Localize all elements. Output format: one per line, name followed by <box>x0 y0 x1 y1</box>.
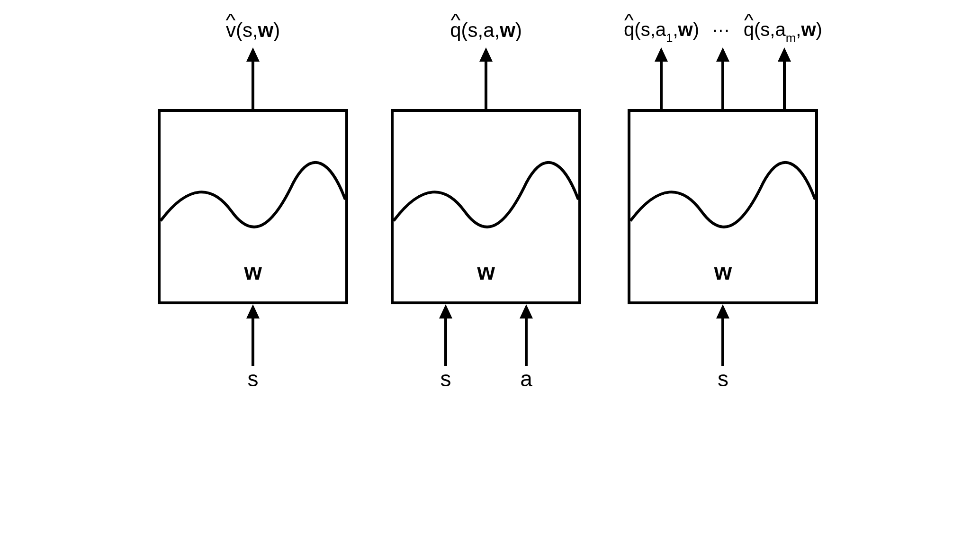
args-mid: , <box>673 19 678 40</box>
input-labels: s a <box>436 366 536 390</box>
weight-label: w <box>714 259 732 285</box>
weight-label: w <box>244 259 261 285</box>
w-arg: w <box>678 19 693 40</box>
input-s: s <box>243 366 262 390</box>
arrow-up <box>436 304 455 366</box>
svg-marker-13 <box>716 47 729 62</box>
approximator-box: w <box>391 109 581 304</box>
input-s: s <box>436 366 455 390</box>
output-arrows <box>243 47 262 109</box>
output-label-m: q(s,am,w) <box>744 19 822 44</box>
panel-q-function-sa: q(s,a,w) w <box>391 19 581 390</box>
input-arrows <box>243 304 262 366</box>
w-arg: w <box>801 19 816 40</box>
svg-marker-7 <box>439 304 452 318</box>
svg-marker-3 <box>246 304 260 318</box>
arrow-up <box>713 304 732 366</box>
arrow-up <box>517 304 536 366</box>
arrow-up <box>713 47 732 109</box>
args-post: ) <box>515 19 522 41</box>
dots: ··· <box>712 20 730 40</box>
arrow-up <box>477 47 495 109</box>
output-arrows <box>477 47 495 109</box>
input-s: s <box>713 366 732 390</box>
svg-marker-1 <box>246 47 260 62</box>
approximator-box: w <box>628 109 818 304</box>
input-labels: s <box>713 366 732 390</box>
svg-marker-5 <box>479 47 493 62</box>
approximator-box: w <box>158 109 348 304</box>
svg-marker-9 <box>520 304 533 318</box>
output-label: v(s,w) <box>226 19 280 42</box>
fn-symbol: q <box>624 19 634 40</box>
arrow-up <box>243 47 262 109</box>
svg-marker-15 <box>778 47 791 62</box>
panel-q-function-multihead: q(s,a1,w) ··· q(s,am,w) <box>624 19 822 390</box>
weight-label: w <box>477 259 494 285</box>
output-labels: q(s,a,w) <box>450 19 522 47</box>
svg-marker-17 <box>716 304 729 318</box>
arrow-up <box>775 47 794 109</box>
args-pre: (s, <box>236 19 258 41</box>
diagram-container: v(s,w) w s <box>0 0 980 409</box>
w-arg: w <box>500 19 515 41</box>
sub-m: m <box>786 31 796 45</box>
output-label: q(s,a,w) <box>450 19 522 42</box>
output-labels: q(s,a1,w) ··· q(s,am,w) <box>624 19 822 47</box>
panel-value-function: v(s,w) w s <box>158 19 348 390</box>
input-a: a <box>517 366 536 390</box>
args-post: ) <box>693 19 699 40</box>
input-labels: s <box>243 366 262 390</box>
args-pre: (s,a, <box>461 19 500 41</box>
input-arrows <box>436 304 536 366</box>
args-pre: (s,a <box>634 19 666 40</box>
args-post: ) <box>273 19 280 41</box>
arrow-up <box>652 47 671 109</box>
output-arrows <box>652 47 794 109</box>
output-labels: v(s,w) <box>226 19 280 47</box>
fn-symbol: q <box>744 19 754 40</box>
args-post: ) <box>816 19 822 40</box>
arrow-up <box>243 304 262 366</box>
output-label-1: q(s,a1,w) <box>624 19 699 44</box>
fn-symbol: v <box>226 19 236 42</box>
fn-symbol: q <box>450 19 461 42</box>
svg-marker-11 <box>655 47 668 62</box>
w-arg: w <box>258 19 274 41</box>
args-mid: , <box>796 19 801 40</box>
sub-1: 1 <box>666 31 673 45</box>
args-pre: (s,a <box>754 19 786 40</box>
input-arrows <box>713 304 732 366</box>
